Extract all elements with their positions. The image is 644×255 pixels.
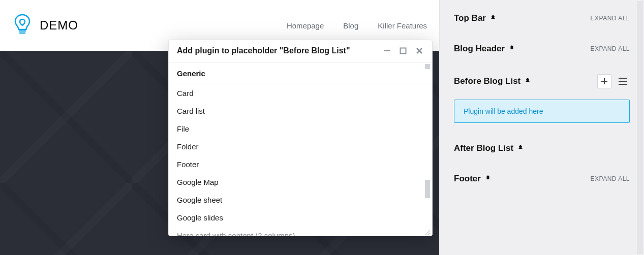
section-label: After Blog List: [454, 143, 513, 153]
nav-blog[interactable]: Blog: [343, 21, 358, 30]
svg-rect-0: [384, 50, 390, 51]
svg-rect-1: [401, 48, 406, 54]
top-nav: Homepage Blog Killer Features: [287, 21, 427, 30]
plugin-option[interactable]: Card list: [169, 102, 432, 120]
plugin-group-title: Generic: [169, 63, 432, 83]
nav-features[interactable]: Killer Features: [378, 21, 427, 30]
plugin-drop-target[interactable]: Plugin will be added here: [454, 100, 630, 123]
modal-title: Add plugin to placeholder "Before Blog L…: [177, 46, 350, 55]
plugin-option[interactable]: Google slides: [169, 209, 432, 227]
nav-homepage[interactable]: Homepage: [287, 21, 324, 30]
scroll-up-indicator[interactable]: [425, 64, 430, 69]
plugin-option[interactable]: Google Map: [169, 173, 432, 191]
pin-icon: [485, 175, 491, 182]
pin-icon: [525, 78, 531, 85]
brand-name: DEMO: [40, 18, 78, 33]
section-label: Blog Header: [454, 44, 505, 54]
maximize-icon[interactable]: [398, 46, 408, 55]
expand-all-button[interactable]: EXPAND ALL: [591, 175, 630, 182]
plugin-option[interactable]: Card: [169, 84, 432, 102]
minimize-icon[interactable]: [382, 46, 391, 55]
expand-all-button[interactable]: EXPAND ALL: [591, 45, 630, 52]
sidebar-scrollbar[interactable]: [637, 1, 643, 254]
section-label: Footer: [454, 174, 481, 184]
pin-icon: [517, 145, 524, 152]
section-before-blog-list[interactable]: Before Blog List: [454, 76, 531, 86]
plugin-option[interactable]: Footer: [169, 155, 432, 173]
plugin-list: CardCard listFileFolderFooterGoogle MapG…: [169, 83, 432, 236]
add-plugin-button[interactable]: [597, 74, 611, 88]
plugin-option[interactable]: Folder: [169, 138, 432, 155]
lightbulb-logo-icon: [12, 13, 33, 38]
section-label: Before Blog List: [454, 76, 520, 86]
section-topbar[interactable]: Top Bar: [454, 13, 496, 23]
pin-icon: [509, 45, 515, 52]
section-after-blog-list[interactable]: After Blog List: [454, 143, 524, 153]
resize-grip-icon[interactable]: [424, 229, 430, 235]
menu-icon[interactable]: [616, 74, 630, 88]
pin-icon: [490, 15, 496, 22]
section-blog-header[interactable]: Blog Header: [454, 44, 515, 54]
section-label: Top Bar: [454, 13, 486, 23]
scrollbar-thumb[interactable]: [425, 180, 430, 198]
plugin-option[interactable]: Google sheet: [169, 191, 432, 209]
structure-sidebar: Top Bar EXPAND ALL Blog Header EXPAND AL…: [439, 0, 644, 255]
close-icon[interactable]: [415, 46, 424, 55]
add-plugin-modal: Add plugin to placeholder "Before Blog L…: [168, 40, 433, 236]
plugin-option[interactable]: Hero card with content (2 columns): [169, 227, 432, 236]
section-footer[interactable]: Footer: [454, 174, 491, 184]
expand-all-button[interactable]: EXPAND ALL: [591, 15, 630, 22]
plugin-option[interactable]: File: [169, 120, 432, 138]
